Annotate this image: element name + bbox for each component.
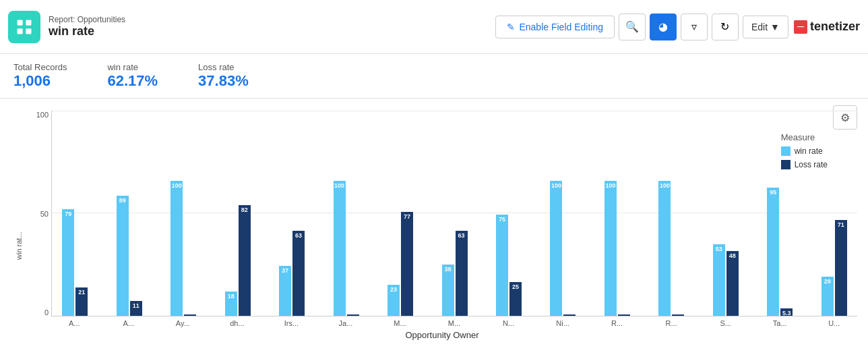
win-bar-rect: 100 — [550, 181, 562, 316]
svg-rect-1 — [26, 20, 31, 25]
loss-bar — [618, 314, 630, 316]
loss-bar-rect — [618, 314, 630, 316]
loss-bar: 11 — [130, 301, 142, 316]
win-bar: 23 — [388, 285, 400, 316]
bars-container: 7921891110018823763100237738637525100100… — [51, 111, 857, 316]
win-bar: 100 — [604, 181, 617, 316]
loss-bar-rect: 25 — [509, 282, 522, 316]
x-tick: R... — [594, 319, 640, 327]
win-bar: 100 — [170, 181, 183, 316]
bar-group: 100 — [540, 181, 586, 316]
header-actions: ✎ Enable Field Editing 🔍 ◕ ▿ ↻ Edit ▼ — [495, 13, 788, 40]
loss-bar: 48 — [726, 251, 739, 316]
win-bar: 37 — [279, 266, 291, 316]
total-records-stat: Total Records 1,006 — [13, 62, 67, 90]
y-tick-0: 0 — [44, 308, 49, 316]
chevron-down-icon: ▼ — [770, 22, 780, 32]
loss-bar: 21 — [75, 287, 88, 316]
search-button[interactable]: 🔍 — [619, 13, 646, 40]
x-axis: A...A...Ay...dh...Irs...Ja...M...M...N..… — [27, 319, 857, 327]
enable-field-editing-button[interactable]: ✎ Enable Field Editing — [495, 16, 615, 38]
chart-legend: Measure win rate Loss rate — [781, 132, 828, 169]
win-rate-value: 62.17% — [107, 72, 158, 90]
loss-bar: 63 — [456, 231, 468, 316]
x-tick: M... — [431, 319, 478, 327]
win-bar-rect: 100 — [604, 181, 617, 316]
loss-bar-rect: 77 — [401, 212, 413, 316]
legend-win-label: win rate — [795, 146, 823, 156]
brand: — tenetizer — [794, 20, 860, 34]
report-title-block: Report: Opportunities win rate — [49, 15, 495, 38]
win-bar: 53 — [713, 244, 725, 316]
x-tick: R... — [648, 319, 695, 327]
app-logo — [8, 11, 40, 43]
svg-rect-0 — [18, 20, 23, 25]
loss-bar-rect — [184, 314, 196, 316]
legend-title: Measure — [781, 132, 828, 142]
bar-group: 8911 — [106, 196, 152, 316]
brand-icon: — — [794, 20, 807, 34]
loss-bar — [347, 314, 359, 316]
search-icon: 🔍 — [625, 20, 639, 33]
bar-group: 1882 — [214, 205, 260, 316]
grid-line-100 — [52, 111, 857, 111]
loss-bar: 82 — [239, 205, 251, 316]
svg-rect-3 — [26, 28, 31, 34]
bar-group: 7921 — [52, 209, 98, 316]
bar-group: 100 — [160, 181, 206, 316]
svg-rect-2 — [18, 28, 23, 34]
win-rate-label: win rate — [107, 62, 158, 72]
bar-group: 7525 — [486, 215, 532, 316]
x-tick: A... — [106, 319, 152, 327]
win-bar: 100 — [658, 181, 671, 316]
loss-bar: 63 — [292, 231, 305, 316]
loss-bar — [563, 314, 576, 316]
logo-icon — [15, 18, 34, 36]
x-tick: U... — [811, 319, 857, 327]
win-bar: 29 — [822, 277, 834, 316]
bar-group: 100 — [323, 181, 369, 316]
legend-win-rate: win rate — [781, 146, 828, 156]
x-tick: S... — [702, 319, 749, 327]
win-bar-rect: 100 — [334, 181, 346, 316]
win-bar: 89 — [117, 196, 129, 316]
win-bar: 79 — [62, 209, 74, 316]
total-records-label: Total Records — [13, 62, 67, 72]
loss-bar-rect: 63 — [456, 231, 468, 316]
bar-group: 955.3 — [757, 188, 803, 316]
win-bar: 18 — [225, 292, 237, 316]
legend-loss-rate: Loss rate — [781, 160, 828, 169]
win-bar: 75 — [496, 215, 508, 316]
edit-button[interactable]: Edit ▼ — [743, 16, 788, 38]
win-bar-rect: 23 — [388, 285, 400, 316]
chart-view-button[interactable]: ◕ — [650, 13, 677, 40]
bar-group: 3863 — [431, 231, 477, 316]
loss-bar-rect: 48 — [726, 251, 739, 316]
chart-icon: ◕ — [658, 20, 668, 33]
loss-bar-rect: 11 — [130, 301, 142, 316]
y-tick-50: 50 — [40, 210, 49, 218]
bar-group: 2971 — [811, 220, 857, 316]
enable-editing-label: Enable Field Editing — [519, 22, 603, 32]
loss-bar: 25 — [509, 282, 522, 316]
total-records-value: 1,006 — [13, 72, 67, 90]
bar-group: 100 — [594, 181, 640, 316]
legend-loss-label: Loss rate — [795, 160, 828, 169]
win-bar: 100 — [550, 181, 562, 316]
filter-button[interactable]: ▿ — [681, 13, 708, 40]
refresh-icon: ↻ — [720, 20, 729, 33]
loss-rate-stat: Loss rate 37.83% — [198, 62, 249, 90]
refresh-button[interactable]: ↻ — [712, 13, 739, 40]
filter-icon: ▿ — [691, 20, 697, 33]
x-tick: Ni... — [540, 319, 586, 327]
x-tick: Ja... — [323, 319, 369, 327]
loss-bar-rect: 63 — [292, 231, 305, 316]
legend-win-color — [781, 146, 790, 156]
bar-group: 3763 — [269, 231, 315, 316]
win-bar-rect: 100 — [170, 181, 183, 316]
loss-bar: 71 — [835, 220, 847, 316]
x-tick: Ay... — [160, 319, 206, 327]
bar-group: 100 — [648, 181, 694, 316]
win-bar-rect: 37 — [279, 266, 291, 316]
y-axis-label: win rat... — [11, 111, 27, 340]
